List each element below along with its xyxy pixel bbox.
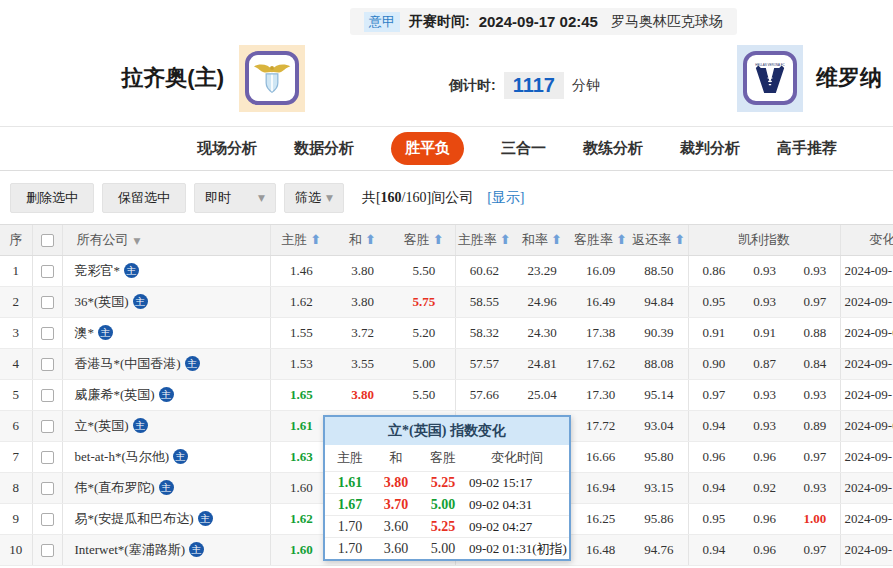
popup-odds-value: 3.60	[373, 541, 419, 557]
kelly-away-cell: 0.97	[790, 287, 840, 318]
company-name[interactable]: 澳*	[75, 325, 95, 340]
draw-rate-cell: 23.29	[513, 256, 571, 287]
away-odds-cell[interactable]: 5.00	[393, 349, 455, 380]
col-away-rate[interactable]: 客胜率⬆	[571, 225, 630, 256]
change-time-cell: 2024-09-1	[840, 473, 893, 504]
draw-odds-cell[interactable]: 3.55	[332, 349, 393, 380]
away-odds-cell[interactable]: 5.75	[393, 287, 455, 318]
draw-odds-cell[interactable]: 3.80	[332, 380, 393, 411]
home-odds-cell[interactable]: 1.55	[270, 318, 332, 349]
row-checkbox[interactable]	[41, 513, 54, 526]
popup-odds-value: 1.61	[327, 475, 373, 491]
change-time-cell: 2024-09-1	[840, 504, 893, 535]
checkbox-cell	[32, 256, 62, 287]
kelly-draw-cell: 0.93	[739, 287, 790, 318]
row-checkbox[interactable]	[41, 482, 54, 495]
col-return-rate[interactable]: 返还率⬆	[630, 225, 688, 256]
company-name[interactable]: 36*(英国)	[75, 294, 129, 309]
change-time-cell: 2024-09-1	[840, 535, 893, 566]
row-checkbox[interactable]	[41, 327, 54, 340]
col-draw-odds[interactable]: 和⬆	[332, 225, 393, 256]
col-draw-rate[interactable]: 和率⬆	[513, 225, 571, 256]
company-name[interactable]: 竞彩官*	[75, 263, 121, 278]
row-checkbox[interactable]	[41, 389, 54, 402]
draw-odds-cell[interactable]: 3.80	[332, 256, 393, 287]
row-index: 5	[0, 380, 32, 411]
company-cell: 香港马*(中国香港)主	[62, 349, 270, 380]
checkbox-cell	[32, 318, 62, 349]
popup-col-draw: 和	[373, 449, 419, 467]
popup-odds-value: 3.70	[373, 497, 419, 513]
countdown-label: 倒计时:	[449, 77, 496, 95]
time-filter-dropdown[interactable]: 即时 ▼	[194, 183, 276, 213]
chevron-down-icon: ▼	[326, 193, 333, 203]
company-name[interactable]: 易*(安提瓜和巴布达)	[75, 511, 194, 526]
checkbox-cell	[32, 349, 62, 380]
toolbar: 删除选中 保留选中 即时 ▼ 筛选 ▼ 共[160/160]间公司 [显示]	[0, 171, 893, 224]
tab[interactable]: 三合一	[501, 139, 546, 158]
col-change-time: 变化时间	[840, 225, 893, 256]
row-checkbox[interactable]	[41, 296, 54, 309]
popup-change-time: 09-02 04:31	[467, 497, 567, 513]
home-rate-cell: 57.57	[455, 349, 513, 380]
away-odds-cell[interactable]: 5.20	[393, 318, 455, 349]
company-cell: 威廉希*(英国)主	[62, 380, 270, 411]
tab[interactable]: 裁判分析	[680, 139, 740, 158]
row-checkbox[interactable]	[41, 451, 54, 464]
company-name[interactable]: 威廉希*(英国)	[75, 387, 155, 402]
league-badge[interactable]: 意甲	[364, 12, 400, 32]
away-odds-cell[interactable]: 5.50	[393, 380, 455, 411]
tab[interactable]: 教练分析	[583, 139, 643, 158]
popup-row: 1.613.805.2509-02 15:17	[325, 471, 569, 493]
company-cell: 伟*(直布罗陀)主	[62, 473, 270, 504]
company-name[interactable]: 伟*(直布罗陀)	[75, 480, 155, 495]
delete-selected-button[interactable]: 删除选中	[10, 183, 94, 213]
home-rate-cell: 60.62	[455, 256, 513, 287]
away-rate-cell: 16.09	[571, 256, 630, 287]
popup-col-time: 变化时间	[467, 449, 567, 467]
col-away-odds[interactable]: 客胜⬆	[393, 225, 455, 256]
draw-odds-cell[interactable]: 3.72	[332, 318, 393, 349]
tab[interactable]: 胜平负	[391, 132, 464, 165]
kelly-away-cell: 0.88	[790, 318, 840, 349]
match-info-bar: 意甲 开赛时间: 2024-09-17 02:45 罗马奥林匹克球场	[350, 8, 737, 35]
show-link[interactable]: [显示]	[487, 189, 524, 207]
kickoff-label: 开赛时间:	[409, 13, 470, 31]
col-home-rate[interactable]: 主胜率⬆	[455, 225, 513, 256]
home-odds-cell[interactable]: 1.65	[270, 380, 332, 411]
checkbox-cell	[32, 380, 62, 411]
col-company[interactable]: 所有公司▼	[62, 225, 270, 256]
company-name[interactable]: 立*(英国)	[75, 418, 129, 433]
table-row: 1竞彩官*主1.463.805.5060.6223.2916.0988.500.…	[0, 256, 893, 287]
away-rate-cell: 16.66	[571, 442, 630, 473]
home-odds-cell[interactable]: 1.53	[270, 349, 332, 380]
col-home-odds[interactable]: 主胜⬆	[270, 225, 332, 256]
draw-rate-cell: 25.04	[513, 380, 571, 411]
company-name[interactable]: Interwet*(塞浦路斯)	[75, 542, 185, 557]
tab[interactable]: 现场分析	[197, 139, 257, 158]
tab[interactable]: 高手推荐	[777, 139, 837, 158]
popup-odds-value: 1.70	[327, 541, 373, 557]
tab[interactable]: 数据分析	[294, 139, 354, 158]
keep-selected-button[interactable]: 保留选中	[102, 183, 186, 213]
col-kelly: 凯利指数	[688, 225, 840, 256]
kelly-away-cell: 0.97	[790, 535, 840, 566]
away-rate-cell: 16.49	[571, 287, 630, 318]
row-checkbox[interactable]	[41, 265, 54, 278]
sort-down-icon: ▼	[134, 236, 141, 246]
hellas-verona-icon: HELLAS VERONA FC	[743, 51, 797, 105]
select-all-checkbox[interactable]	[41, 234, 54, 247]
sort-up-icon: ⬆	[616, 232, 627, 247]
row-checkbox[interactable]	[41, 358, 54, 371]
filter-dropdown[interactable]: 筛选 ▼	[284, 183, 344, 213]
home-odds-cell[interactable]: 1.46	[270, 256, 332, 287]
company-name[interactable]: bet-at-h*(马尔他)	[75, 449, 170, 464]
away-odds-cell[interactable]: 5.50	[393, 256, 455, 287]
draw-odds-cell[interactable]: 3.80	[332, 287, 393, 318]
row-checkbox[interactable]	[41, 420, 54, 433]
home-odds-cell[interactable]: 1.62	[270, 287, 332, 318]
popup-row: 1.703.605.2509-02 04:27	[325, 515, 569, 537]
popup-odds-value: 3.80	[373, 475, 419, 491]
row-checkbox[interactable]	[41, 544, 54, 557]
company-name[interactable]: 香港马*(中国香港)	[75, 356, 181, 371]
